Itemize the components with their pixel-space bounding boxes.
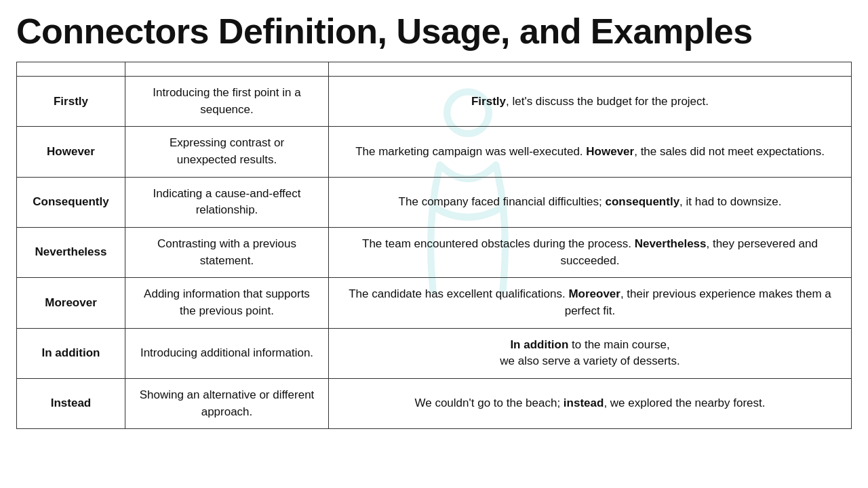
table-header-row — [17, 62, 852, 77]
table-row: MoreoverAdding information that supports… — [17, 278, 852, 328]
cell-example: The company faced financial difficulties… — [329, 177, 852, 227]
cell-connector: Nevertheless — [17, 228, 125, 278]
cell-connector: In addition — [17, 328, 125, 378]
cell-connector: Consequently — [17, 177, 125, 227]
cell-example: The candidate has excellent qualificatio… — [329, 278, 852, 328]
cell-example: We couldn't go to the beach; instead, we… — [329, 378, 852, 428]
table-row: InsteadShowing an alternative or differe… — [17, 378, 852, 428]
header-example — [329, 62, 852, 77]
table-row: NeverthelessContrasting with a previous … — [17, 228, 852, 278]
page-container: Connectors Definition, Usage, and Exampl… — [0, 0, 868, 441]
cell-function: Expressing contrast or unexpected result… — [125, 127, 329, 177]
cell-function: Contrasting with a previous statement. — [125, 228, 329, 278]
table-row: HoweverExpressing contrast or unexpected… — [17, 127, 852, 177]
cell-example: Firstly, let's discuss the budget for th… — [329, 77, 852, 127]
cell-connector: Moreover — [17, 278, 125, 328]
table-row: ConsequentlyIndicating a cause-and-effec… — [17, 177, 852, 227]
cell-example: In addition to the main course,we also s… — [329, 328, 852, 378]
cell-example: The team encountered obstacles during th… — [329, 228, 852, 278]
cell-function: Introducing additional information. — [125, 328, 329, 378]
header-function — [125, 62, 329, 77]
cell-connector: Firstly — [17, 77, 125, 127]
cell-function: Introducing the first point in a sequenc… — [125, 77, 329, 127]
cell-connector: However — [17, 127, 125, 177]
cell-function: Indicating a cause-and-effect relationsh… — [125, 177, 329, 227]
cell-connector: Instead — [17, 378, 125, 428]
header-connector — [17, 62, 125, 77]
table-row: In additionIntroducing additional inform… — [17, 328, 852, 378]
cell-function: Showing an alternative or different appr… — [125, 378, 329, 428]
cell-example: The marketing campaign was well-executed… — [329, 127, 852, 177]
table-row: FirstlyIntroducing the first point in a … — [17, 77, 852, 127]
page-title: Connectors Definition, Usage, and Exampl… — [16, 12, 852, 51]
connectors-table: FirstlyIntroducing the first point in a … — [16, 62, 852, 429]
cell-function: Adding information that supports the pre… — [125, 278, 329, 328]
